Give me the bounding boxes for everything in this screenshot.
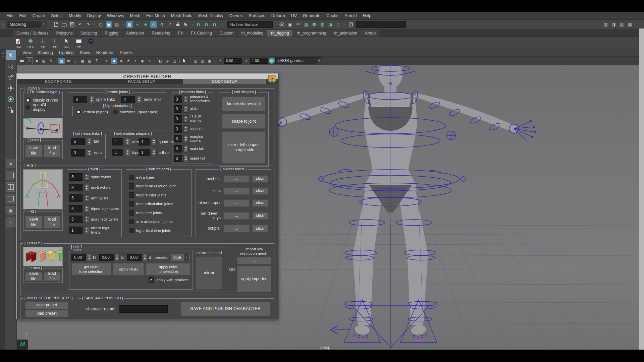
checkbox-icon[interactable]: ✔ xyxy=(129,192,134,198)
xray-icon[interactable]: ◧ xyxy=(157,58,163,64)
spinner-arrows-icon[interactable] xyxy=(152,138,157,145)
paint-select-tool[interactable] xyxy=(6,72,16,82)
2d-pan-zoom-icon[interactable]: ✎ xyxy=(48,58,54,64)
menu-item[interactable]: File xyxy=(3,13,16,18)
attribute-editor-icon[interactable]: ◨ xyxy=(610,21,617,28)
layout-four-view[interactable]: ◈ xyxy=(6,159,15,168)
menu-item[interactable]: Windows xyxy=(104,13,127,18)
shelf-tab[interactable]: Animation xyxy=(122,30,148,37)
spinner-arrows-icon[interactable] xyxy=(84,205,89,213)
skin-helper-checkbox[interactable]: ✔toes articulation joints xyxy=(129,201,189,206)
spinner-value[interactable]: 5 xyxy=(69,216,83,223)
menu-item[interactable]: Help xyxy=(360,13,374,18)
mirror-shapes-button[interactable]: mirror left shapes to right side xyxy=(222,131,266,164)
grid-icon[interactable]: ▦ xyxy=(58,58,65,64)
tool-settings-icon[interactable]: ▤ xyxy=(619,21,625,28)
layout-persp-outliner[interactable] xyxy=(6,194,15,203)
spinner-arrows-icon[interactable] xyxy=(84,216,89,223)
builder-load-browse-button[interactable]: ... xyxy=(223,175,250,183)
exposure-icon[interactable]: ◔ xyxy=(217,58,223,64)
exposure-field[interactable]: 0.00 xyxy=(224,58,242,64)
fk-type-radio[interactable]: classic curves xyxy=(25,98,60,103)
film-gate-icon[interactable]: ▭ xyxy=(65,58,72,64)
skin-helper-checkbox[interactable]: ✔extra knee xyxy=(129,175,189,180)
rotate-tool[interactable] xyxy=(6,94,16,104)
apply-gradient-checkbox[interactable]: ✔ apply with gradient xyxy=(149,277,189,283)
hypershade-icon[interactable]: ▥ xyxy=(319,21,326,28)
select-object-icon[interactable]: ▣ xyxy=(106,21,112,28)
radio-dot-icon[interactable] xyxy=(76,110,81,114)
open-scene-icon[interactable] xyxy=(61,21,67,28)
render-view-icon[interactable] xyxy=(279,21,285,28)
spinner-value[interactable]: 1 xyxy=(139,149,150,156)
selection-cursor-icon[interactable] xyxy=(182,21,189,28)
lasso-tool[interactable] xyxy=(6,61,16,71)
spinner-arrows-icon[interactable] xyxy=(183,125,189,133)
snap-grid-icon[interactable]: ▦ xyxy=(126,21,133,28)
panel-menu-item[interactable]: View xyxy=(19,50,35,55)
close-icon[interactable]: x xyxy=(268,75,276,81)
spinner-value[interactable]: 5 xyxy=(69,205,83,213)
spinner-arrows-icon[interactable] xyxy=(183,155,189,162)
mirror-button[interactable]: mirror xyxy=(196,256,222,290)
safe-title-icon[interactable]: T xyxy=(94,58,100,64)
panel-menu-item[interactable]: Show xyxy=(77,50,93,55)
joints-save-file-button[interactable]: save file xyxy=(25,144,42,157)
builder-load-clear-button[interactable]: clear xyxy=(252,199,268,207)
render-current-frame-icon[interactable]: ▣ xyxy=(287,21,293,28)
shelf-button-hier[interactable]: Hier xyxy=(62,37,72,49)
spinner-value[interactable]: 3 xyxy=(174,96,182,103)
menu-item[interactable]: Arnold xyxy=(341,13,360,18)
cubes-save-file-button[interactable]: save file xyxy=(25,272,42,281)
shelf-tab[interactable]: rh_rigging xyxy=(267,30,293,37)
spinner-arrows-icon[interactable] xyxy=(125,138,130,145)
shelf-tab[interactable]: rh_programming xyxy=(293,30,330,37)
spinner-value[interactable]: 3 xyxy=(174,115,182,123)
spinner-value[interactable]: 0.00 xyxy=(71,254,86,261)
shelf-button-ce[interactable]: CE xyxy=(74,37,84,49)
skin-helper-checkbox[interactable]: ✔toes inter joints xyxy=(129,210,189,216)
load-preset-button[interactable]: load preset xyxy=(25,310,68,317)
menu-item[interactable]: Mesh Tools xyxy=(168,13,195,18)
skin-helper-checkbox[interactable]: ✔fingers articulation joint xyxy=(129,183,189,189)
spinner-value[interactable]: 1 xyxy=(69,227,83,234)
spinner-value[interactable]: 5 xyxy=(69,173,83,181)
spinner-value[interactable]: 5 xyxy=(71,138,85,145)
input-line-icon[interactable] xyxy=(347,21,354,28)
spinner-arrows-icon[interactable] xyxy=(87,138,92,145)
builder-load-browse-button[interactable]: ... xyxy=(223,187,250,195)
snap-plane-icon[interactable]: ◇ xyxy=(150,21,157,28)
gamma-icon[interactable]: ◑ xyxy=(243,58,249,64)
apply-rgb-button[interactable]: apply RGB xyxy=(113,263,144,275)
skin-helper-checkbox[interactable]: ✔arm articulation joints xyxy=(129,219,189,224)
shaded-icon[interactable]: ◆ xyxy=(111,58,117,64)
builder-load-clear-button[interactable]: clear xyxy=(252,175,268,183)
live-point-icon[interactable]: U xyxy=(211,21,218,28)
launch-shapes-tool-button[interactable]: launch shapes tool xyxy=(222,97,266,111)
tab-body-setup[interactable]: BODY SETUP xyxy=(183,79,266,84)
channel-box-icon[interactable]: ▦ xyxy=(627,21,633,28)
shadows-icon[interactable]: ◐ xyxy=(132,58,139,64)
layout-hypergraph[interactable]: ▦ xyxy=(6,206,15,215)
shelf-tab[interactable]: rh_modeling xyxy=(237,30,267,37)
shelf-tab[interactable]: Arnold xyxy=(361,30,381,37)
fk-type-radio[interactable]: openGL display xyxy=(25,103,60,112)
collapse-arrow-icon[interactable]: › xyxy=(407,22,410,26)
hip-orientation-radio[interactable]: horizontal (quadruped) xyxy=(113,110,159,114)
menu-item[interactable]: Surfaces xyxy=(246,13,268,18)
light-editor-icon[interactable]: ◪ xyxy=(327,21,334,28)
window-titlebar[interactable]: CREATURE BUILDER x xyxy=(17,74,278,79)
checkbox-icon[interactable]: ✔ xyxy=(149,277,154,283)
shelf-button-python[interactable] xyxy=(86,37,96,45)
checkbox-icon[interactable]: ✔ xyxy=(129,201,134,206)
select-component-icon[interactable]: ▤ xyxy=(114,21,120,28)
checkbox-icon[interactable]: ✔ xyxy=(129,175,134,180)
select-tool[interactable] xyxy=(6,50,16,60)
lock-icon[interactable] xyxy=(174,21,181,28)
xray-active-icon[interactable]: ◫ xyxy=(171,58,177,64)
spinner-value[interactable]: 1 xyxy=(112,149,123,156)
shelf-tab[interactable]: Rendering xyxy=(148,30,174,37)
ipr-render-icon[interactable]: IPR xyxy=(295,21,302,28)
cubes-load-file-button[interactable]: load file xyxy=(44,272,61,281)
spinner-arrows-icon[interactable] xyxy=(183,105,189,113)
